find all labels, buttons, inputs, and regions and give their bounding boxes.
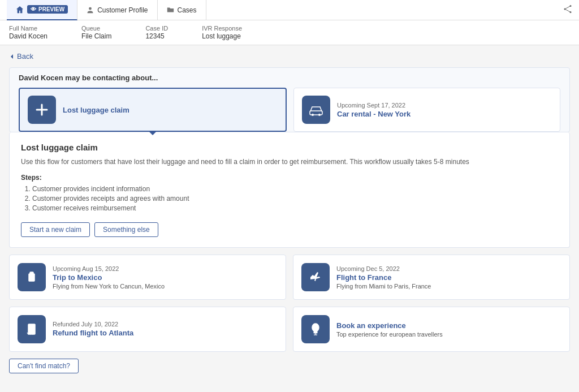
detail-panel: Lost luggage claim Use this flow for cus… xyxy=(9,132,570,248)
svg-point-6 xyxy=(312,114,314,116)
refund-atlanta-date: Refunded July 10, 2022 xyxy=(53,321,278,328)
card-car-rental-title: Car rental - New York xyxy=(337,110,552,118)
trip-mexico-date: Upcoming Aug 15, 2022 xyxy=(53,265,278,272)
full-name-label: Full Name xyxy=(9,25,47,32)
balloon-icon xyxy=(308,321,323,337)
ivr-response-value: Lost luggage xyxy=(202,32,241,40)
person-icon xyxy=(87,6,94,14)
card-book-experience[interactable]: Book an experience Top experience for eu… xyxy=(293,307,570,352)
info-full-name: Full Name David Kocen xyxy=(9,25,47,40)
nav-tab-home[interactable]: 👁 PREVIEW xyxy=(7,0,77,20)
card-lost-luggage[interactable]: Lost luggage claim xyxy=(19,88,287,132)
card-lost-luggage-title: Lost luggage claim xyxy=(63,106,278,114)
step-1: Customer provides incident information xyxy=(32,185,558,193)
card-refund-atlanta-text: Refunded July 10, 2022 Refund flight to … xyxy=(53,321,278,338)
card-flight-france[interactable]: Upcoming Dec 5, 2022 Flight to France Fl… xyxy=(293,255,570,300)
info-case-id: Case ID 12345 xyxy=(145,25,168,40)
card-car-rental-text: Upcoming Sept 17, 2022 Car rental - New … xyxy=(337,102,552,118)
trip-mexico-title: Trip to Mexico xyxy=(53,273,278,282)
something-else-button[interactable]: Something else xyxy=(94,222,158,237)
svg-line-4 xyxy=(565,9,571,12)
steps-list: Customer provides incident information C… xyxy=(32,185,558,212)
bottom-cards-grid: Upcoming Aug 15, 2022 Trip to Mexico Fly… xyxy=(9,255,570,352)
share-button[interactable] xyxy=(563,5,572,15)
case-id-label: Case ID xyxy=(145,25,168,32)
book-experience-title: Book an experience xyxy=(336,321,561,330)
flight-france-sub: Flying from Miami to Paris, France xyxy=(336,283,561,290)
card-book-experience-icon-bg xyxy=(301,315,330,343)
full-name-value: David Kocen xyxy=(9,32,47,40)
card-flight-france-text: Upcoming Dec 5, 2022 Flight to France Fl… xyxy=(336,265,561,290)
svg-rect-18 xyxy=(314,331,317,333)
nav-bar: 👁 PREVIEW Customer Profile Cases xyxy=(0,0,579,20)
ivr-response-label: IVR Response xyxy=(202,25,242,32)
nav-tab-customer-profile[interactable]: Customer Profile xyxy=(77,0,157,20)
home-icon xyxy=(16,6,24,14)
card-car-rental-icon-bg xyxy=(302,96,330,124)
card-trip-mexico[interactable]: Upcoming Aug 15, 2022 Trip to Mexico Fly… xyxy=(9,255,286,300)
detail-description: Use this flow for customers that have lo… xyxy=(21,157,558,167)
eye-icon: 👁 xyxy=(31,6,36,12)
receipt-icon xyxy=(24,321,40,337)
contact-section: David Kocen may be contacting about... L… xyxy=(9,67,570,132)
trip-mexico-sub: Flying from New York to Cancun, Mexico xyxy=(53,283,278,290)
info-ivr-response: IVR Response Lost luggage xyxy=(202,25,242,40)
share-icon xyxy=(563,5,572,14)
info-queue: Queue File Claim xyxy=(81,25,111,40)
card-book-experience-text: Book an experience Top experience for eu… xyxy=(336,321,561,338)
detail-actions: Start a new claim Something else xyxy=(21,222,558,237)
card-lost-luggage-text: Lost luggage claim xyxy=(63,106,278,114)
folder-icon xyxy=(167,6,174,14)
queue-value: File Claim xyxy=(81,32,111,40)
card-flight-france-icon-bg xyxy=(301,263,330,291)
plane-icon xyxy=(308,269,323,285)
card-car-rental[interactable]: Upcoming Sept 17, 2022 Car rental - New … xyxy=(293,88,560,132)
start-new-claim-button[interactable]: Start a new claim xyxy=(21,222,90,237)
card-lost-luggage-icon-bg xyxy=(28,96,56,124)
main-content: Back David Kocen may be contacting about… xyxy=(0,45,579,380)
card-refund-atlanta[interactable]: Refunded July 10, 2022 Refund flight to … xyxy=(9,307,286,352)
card-car-rental-date: Upcoming Sept 17, 2022 xyxy=(337,102,552,109)
plus-icon xyxy=(34,102,50,118)
step-3: Customer receives reimbursement xyxy=(32,204,558,212)
car-icon xyxy=(308,101,325,118)
svg-line-3 xyxy=(565,6,571,10)
main-cards-row: Lost luggage claim Upcoming Sept 17, 202… xyxy=(19,88,560,132)
back-button[interactable]: Back xyxy=(9,52,33,61)
luggage-icon xyxy=(24,269,40,285)
detail-steps: Steps: Customer provides incident inform… xyxy=(21,174,558,212)
chevron-left-icon xyxy=(9,54,15,59)
svg-point-7 xyxy=(318,114,321,116)
detail-title: Lost luggage claim xyxy=(21,143,558,152)
case-id-value: 12345 xyxy=(145,32,164,40)
contact-header: David Kocen may be contacting about... xyxy=(19,74,560,82)
card-refund-atlanta-icon-bg xyxy=(18,315,46,343)
card-trip-mexico-text: Upcoming Aug 15, 2022 Trip to Mexico Fly… xyxy=(53,265,278,290)
cant-find-section: Can't find match? xyxy=(9,359,570,373)
preview-badge: 👁 PREVIEW xyxy=(27,5,68,14)
cant-find-button[interactable]: Can't find match? xyxy=(9,359,79,373)
nav-tab-cases[interactable]: Cases xyxy=(158,0,206,20)
svg-rect-9 xyxy=(30,272,33,274)
refund-atlanta-title: Refund flight to Atlanta xyxy=(53,329,278,337)
flight-france-date: Upcoming Dec 5, 2022 xyxy=(336,265,561,272)
step-2: Customer provides receipts and agrees wi… xyxy=(32,195,558,203)
steps-label: Steps: xyxy=(21,174,558,182)
queue-label: Queue xyxy=(81,25,111,32)
card-trip-mexico-icon-bg xyxy=(18,263,46,291)
info-bar: Full Name David Kocen Queue File Claim C… xyxy=(0,20,579,45)
book-experience-sub: Top experience for european travellers xyxy=(336,331,561,338)
flight-france-title: Flight to France xyxy=(336,273,561,282)
